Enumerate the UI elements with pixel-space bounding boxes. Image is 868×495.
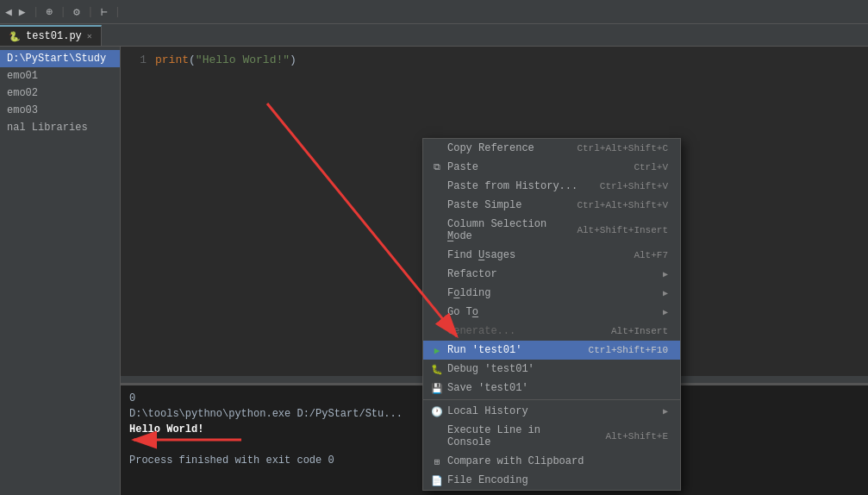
goto-arrow-icon: ▶	[663, 307, 668, 317]
cm-label-refactor: Refactor	[447, 268, 658, 280]
sep2: |	[59, 5, 66, 18]
cm-label-local-history: Local History	[447, 405, 658, 417]
file-encoding-icon: 📄	[430, 475, 444, 486]
save-icon: 💾	[430, 383, 444, 394]
cm-shortcut-exec-console: Alt+Shift+E	[605, 431, 668, 442]
paste-icon: ⧉	[430, 162, 444, 172]
sidebar-item-label: emo01	[7, 70, 38, 82]
sep1: |	[33, 5, 40, 18]
cm-item-refactor[interactable]: Refactor ▶	[423, 265, 680, 284]
cm-label-copy-ref: Copy Reference	[447, 142, 559, 154]
cm-label-generate: Generate...	[447, 325, 594, 337]
cm-shortcut-copy-ref: Ctrl+Alt+Shift+C	[577, 143, 668, 154]
cm-shortcut-paste-simple: Ctrl+Alt+Shift+V	[577, 200, 668, 210]
add-icon[interactable]: ⊕	[46, 5, 53, 19]
sidebar: D:\PyStart\Study emo01 emo02 emo03 nal L…	[0, 47, 121, 495]
paren-close: )	[290, 53, 297, 66]
tab-test01[interactable]: 🐍 test01.py ✕	[0, 25, 102, 46]
cm-shortcut-paste-history: Ctrl+Shift+V	[600, 181, 668, 191]
cm-item-debug[interactable]: 🐛 Debug 'test01'	[423, 360, 680, 379]
cm-label-paste: Paste	[447, 161, 616, 173]
cm-item-paste-history[interactable]: Paste from History... Ctrl+Shift+V	[423, 177, 680, 196]
cm-item-folding[interactable]: Folding ▶	[423, 284, 680, 303]
sidebar-item-label: emo02	[7, 87, 38, 99]
cm-label-run: Run 'test01'	[447, 344, 571, 356]
history-arrow-icon: ▶	[663, 406, 668, 417]
context-menu: Copy Reference Ctrl+Alt+Shift+C ⧉ Paste …	[422, 138, 681, 491]
sidebar-item-emo02[interactable]: emo02	[0, 85, 120, 102]
cm-label-col-select: Column Selection Mode	[447, 218, 559, 242]
console-text-2: Hello World!	[129, 423, 203, 435]
cm-item-paste[interactable]: ⧉ Paste Ctrl+V	[423, 158, 680, 177]
cm-label-paste-simple: Paste Simple	[447, 199, 559, 211]
cm-item-compare-clip[interactable]: ⊞ Compare with Clipboard	[423, 452, 680, 471]
cm-item-paste-simple[interactable]: Paste Simple Ctrl+Alt+Shift+V	[423, 196, 680, 215]
cm-shortcut-find-usages: Alt+F7	[634, 250, 668, 260]
paren-open: (	[189, 53, 196, 66]
tab-close-button[interactable]: ✕	[87, 31, 92, 41]
run-icon: ▶	[430, 345, 444, 356]
cm-shortcut-paste: Ctrl+V	[634, 162, 668, 172]
cm-item-run[interactable]: ▶ Run 'test01' Ctrl+Shift+F10	[423, 341, 680, 360]
cm-label-paste-history: Paste from History...	[447, 180, 583, 192]
cm-item-goto[interactable]: Go To ▶	[423, 303, 680, 322]
cm-item-copy-ref[interactable]: Copy Reference Ctrl+Alt+Shift+C	[423, 139, 680, 158]
back-icon[interactable]: ◀	[5, 5, 12, 19]
cm-label-compare-clip: Compare with Clipboard	[447, 455, 668, 467]
sep4: |	[115, 5, 122, 18]
cm-item-save[interactable]: 💾 Save 'test01'	[423, 379, 680, 398]
sidebar-item-libraries[interactable]: nal Libraries	[0, 119, 120, 136]
python-file-icon: 🐍	[9, 31, 21, 42]
sidebar-item-emo03[interactable]: emo03	[0, 102, 120, 119]
folding-arrow-icon: ▶	[663, 288, 668, 298]
cm-item-generate[interactable]: Generate... Alt+Insert	[423, 322, 680, 341]
line-content-1: print("Hello World!")	[155, 53, 297, 66]
console-text-1: D:\tools\pythno\python.exe D:/PyStart/St…	[129, 408, 403, 420]
cm-shortcut-col-select: Alt+Shift+Insert	[577, 225, 668, 235]
line-number-1: 1	[121, 53, 155, 66]
history-icon: 🕐	[430, 406, 444, 417]
toolbar: ◀ ▶ | ⊕ | ⚙ | ⊢ |	[0, 0, 868, 24]
sidebar-item-emo01[interactable]: emo01	[0, 67, 120, 85]
cm-label-debug: Debug 'test01'	[447, 363, 668, 375]
sidebar-root-label: D:\PyStart\Study	[7, 53, 106, 65]
sidebar-root[interactable]: D:\PyStart\Study	[0, 50, 120, 67]
cm-label-exec-console: Execute Line in Console	[447, 424, 588, 448]
cm-item-file-encoding[interactable]: 📄 File Encoding	[423, 471, 680, 490]
compare-icon: ⊞	[430, 456, 444, 467]
refactor-arrow-icon: ▶	[663, 269, 668, 279]
cm-shortcut-run: Ctrl+Shift+F10	[589, 345, 668, 355]
cm-label-save: Save 'test01'	[447, 382, 668, 394]
cm-label-goto: Go To	[447, 306, 658, 318]
tab-label: test01.py	[26, 30, 82, 42]
tabbar: 🐍 test01.py ✕	[0, 24, 868, 47]
cm-separator-1	[423, 399, 680, 400]
gear-icon[interactable]: ⚙	[73, 5, 80, 19]
cm-label-find-usages: Find Usages	[447, 249, 616, 261]
string-hello: "Hello World!"	[196, 53, 290, 66]
forward-icon[interactable]: ▶	[19, 5, 26, 19]
sidebar-item-label: emo03	[7, 104, 38, 116]
cm-item-exec-console[interactable]: Execute Line in Console Alt+Shift+E	[423, 421, 680, 452]
cm-item-local-history[interactable]: 🕐 Local History ▶	[423, 402, 680, 421]
console-text-0: 0	[129, 392, 135, 404]
cm-shortcut-generate: Alt+Insert	[611, 326, 668, 336]
sep3: |	[87, 5, 94, 18]
cm-item-find-usages[interactable]: Find Usages Alt+F7	[423, 246, 680, 265]
settings2-icon[interactable]: ⊢	[101, 5, 108, 19]
keyword-print: print	[155, 53, 189, 66]
console-text-4: Process finished with exit code 0	[129, 454, 334, 467]
debug-icon: 🐛	[430, 364, 444, 375]
sidebar-item-label: nal Libraries	[7, 122, 88, 134]
cm-label-file-encoding: File Encoding	[447, 474, 668, 486]
cm-label-folding: Folding	[447, 287, 658, 299]
cm-item-col-select[interactable]: Column Selection Mode Alt+Shift+Insert	[423, 215, 680, 246]
editor-line-1: 1 print("Hello World!")	[121, 53, 868, 71]
